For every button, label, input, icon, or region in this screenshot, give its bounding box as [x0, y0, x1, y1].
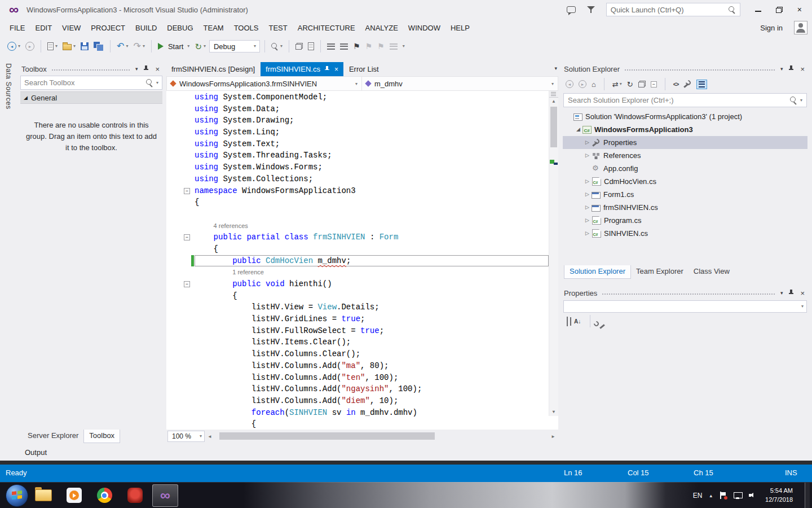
editor-splitter-handle[interactable]: [549, 91, 558, 98]
menu-item-build[interactable]: BUILD: [130, 21, 162, 35]
tree-item-cdmhocvien-cs[interactable]: ▷CdmHocVien.cs: [563, 175, 807, 188]
show-hidden-icons-chevron[interactable]: ▴: [710, 493, 713, 498]
properties-object-select[interactable]: ▾: [563, 300, 807, 313]
tree-item-windowsformsapplication3[interactable]: ◢WindowsFormsApplication3: [563, 123, 807, 136]
caret-down-icon[interactable]: ▾: [355, 81, 358, 86]
caret-down-icon[interactable]: ▾: [280, 44, 283, 49]
expand-icon[interactable]: ▷: [583, 153, 592, 158]
menu-item-help[interactable]: HELP: [445, 21, 475, 35]
categorized-button[interactable]: [567, 317, 568, 326]
minimize-button[interactable]: [755, 7, 761, 12]
caret-down-icon[interactable]: ▾: [55, 44, 58, 49]
fold-collapse-icon[interactable]: −: [184, 188, 190, 194]
solution-explorer-title-bar[interactable]: Solution Explorer ▾ ×: [563, 62, 807, 76]
tool-tab-class-view[interactable]: Class View: [689, 265, 735, 279]
redo-button[interactable]: ↷▾: [131, 39, 146, 54]
search-icon[interactable]: [790, 97, 797, 104]
vertical-scroll-thumb[interactable]: [550, 107, 557, 147]
horizontal-scroll-thumb[interactable]: [219, 432, 435, 440]
network-icon[interactable]: [734, 492, 742, 499]
drag-grip[interactable]: [624, 68, 776, 71]
fold-collapse-icon[interactable]: −: [184, 234, 190, 240]
drag-grip[interactable]: [602, 292, 776, 295]
member-dropdown[interactable]: m_dmhv ▾: [362, 77, 558, 90]
toolbox-search-input[interactable]: Search Toolbox ▾: [20, 76, 162, 90]
zoom-select[interactable]: 100 % ▾: [167, 431, 205, 442]
start-debug-button[interactable]: Start▾: [156, 39, 191, 54]
caret-down-icon[interactable]: ▾: [204, 44, 206, 49]
menu-item-edit[interactable]: EDIT: [30, 21, 57, 35]
quick-launch-input[interactable]: Quick Launch (Ctrl+Q): [606, 3, 740, 16]
expand-icon[interactable]: ▷: [583, 218, 592, 223]
preview-selected-items-toggle[interactable]: [696, 80, 707, 89]
close-icon[interactable]: ×: [334, 66, 338, 73]
window-layout-button[interactable]: [294, 39, 304, 54]
window-position-icon[interactable]: ▾: [780, 290, 783, 296]
tool-tab-toolbox[interactable]: Toolbox: [83, 430, 120, 443]
taskbar-file-explorer[interactable]: [28, 483, 59, 508]
save-all-button[interactable]: [92, 39, 105, 54]
increase-indent-button[interactable]: [338, 39, 350, 54]
tool-tab-solution-explorer[interactable]: Solution Explorer: [564, 265, 631, 279]
next-bookmark-button[interactable]: ⚑: [376, 39, 386, 54]
expand-icon[interactable]: ▷: [583, 205, 592, 210]
window-position-icon[interactable]: ▾: [780, 66, 783, 72]
action-center-flag-icon[interactable]: [720, 492, 726, 499]
solution-back-button[interactable]: ◄: [566, 80, 573, 88]
new-window-button[interactable]: [306, 39, 316, 54]
user-avatar[interactable]: [794, 21, 807, 34]
decrease-indent-button[interactable]: [325, 39, 337, 54]
output-tab[interactable]: Output: [25, 448, 47, 457]
search-icon[interactable]: [146, 79, 153, 86]
window-position-icon[interactable]: ▾: [135, 66, 138, 72]
search-icon[interactable]: [729, 6, 736, 14]
tree-item-app-config[interactable]: App.config: [563, 162, 807, 175]
properties-button[interactable]: [683, 80, 691, 88]
tree-item-sinhvien-cs[interactable]: ▷SINHVIEN.cs: [563, 227, 807, 240]
toolbox-group-general[interactable]: ◢ General: [20, 91, 162, 104]
properties-title-bar[interactable]: Properties ▾ ×: [563, 286, 807, 300]
expand-icon[interactable]: ▷: [583, 192, 592, 197]
previous-bookmark-button[interactable]: ⚑: [364, 39, 374, 54]
alphabetical-button[interactable]: A↓: [574, 318, 581, 325]
data-sources-tab[interactable]: Data Sources: [5, 63, 12, 110]
caret-down-icon[interactable]: ▾: [800, 98, 802, 103]
start-button[interactable]: [6, 484, 28, 507]
undo-button[interactable]: ↶▾: [115, 39, 130, 54]
scroll-down-icon[interactable]: ▼: [549, 410, 558, 414]
sync-with-active-document-button[interactable]: ⇄▾: [612, 81, 622, 88]
navigate-backward-button[interactable]: ◄▾: [6, 39, 22, 54]
taskbar-chrome[interactable]: [89, 483, 120, 508]
editor-tab-error-list[interactable]: Error List: [344, 62, 384, 76]
expand-icon[interactable]: ▷: [583, 179, 592, 184]
menu-item-test[interactable]: TEST: [264, 21, 293, 35]
refresh-button[interactable]: ↻: [627, 81, 633, 88]
caret-down-icon[interactable]: ▾: [73, 44, 76, 49]
menu-item-debug[interactable]: DEBUG: [162, 21, 198, 35]
navigate-forward-button[interactable]: ►: [24, 39, 36, 54]
vertical-scrollbar[interactable]: ▲ ▼: [549, 91, 558, 416]
caret-down-icon[interactable]: ▾: [18, 44, 20, 49]
sign-in-link[interactable]: Sign in: [757, 21, 786, 34]
solution-forward-button[interactable]: ►: [579, 80, 586, 88]
language-indicator[interactable]: EN: [693, 492, 703, 500]
horizontal-scrollbar[interactable]: [215, 430, 548, 443]
toolbar-overflow-button[interactable]: ▾: [401, 39, 407, 54]
find-in-files-button[interactable]: ▾: [270, 39, 284, 54]
notifications-funnel-icon[interactable]: [587, 6, 595, 14]
tool-tab-team-explorer[interactable]: Team Explorer: [631, 265, 689, 279]
view-code-button[interactable]: <>: [673, 81, 679, 87]
taskbar-visual-studio[interactable]: ∞: [150, 483, 180, 508]
scroll-up-icon[interactable]: ▲: [549, 99, 558, 104]
show-desktop-button[interactable]: [805, 483, 810, 508]
type-dropdown[interactable]: WindowsFormsApplication3.frmSINHVIEN ▾: [167, 77, 362, 90]
menu-item-tools[interactable]: TOOLS: [229, 21, 264, 35]
home-button[interactable]: ⌂: [592, 81, 596, 88]
collapse-icon[interactable]: ◢: [574, 127, 582, 132]
tree-item-frmsinhvien-cs[interactable]: ▷frmSINHVIEN.cs: [563, 201, 807, 214]
editor-tab-frmsinhvien-cs-design-[interactable]: frmSINHVIEN.cs [Design]: [166, 62, 260, 76]
toolbox-title-bar[interactable]: Toolbox ▾ ×: [20, 62, 162, 76]
restore-button[interactable]: [776, 7, 783, 13]
close-icon[interactable]: ×: [155, 65, 160, 73]
tree-item-form1-cs[interactable]: ▷Form1.cs: [563, 188, 807, 201]
